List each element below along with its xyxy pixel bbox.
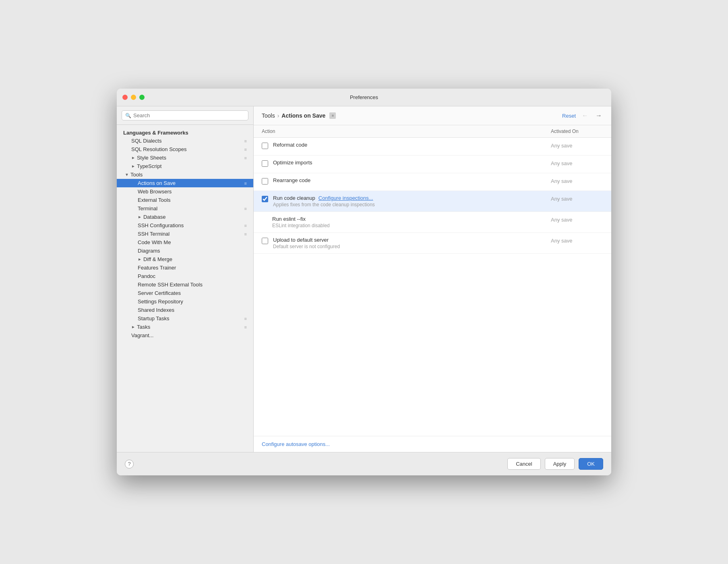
rearrange-code-label: Rearrange code (273, 177, 310, 183)
sidebar: 🔍 Languages & Frameworks SQL Dialects ≡ … (117, 106, 254, 452)
sidebar-item-vagrant[interactable]: Vagrant... (117, 331, 253, 340)
row-activated: Any save (551, 177, 603, 184)
main-layout: 🔍 Languages & Frameworks SQL Dialects ≡ … (117, 106, 611, 452)
sidebar-item-tasks[interactable]: ► Tasks ≡ (117, 323, 253, 331)
sidebar-item-label: Features Trainer (138, 265, 176, 271)
sidebar-item-code-with-me[interactable]: Code With Me (117, 238, 253, 247)
content-header: Tools › Actions on Save ≡ Reset ← → (254, 106, 611, 125)
sidebar-item-label: Diff & Merge (143, 256, 172, 262)
sidebar-item-terminal[interactable]: Terminal ≡ (117, 204, 253, 213)
sidebar-item-icon: ≡ (244, 139, 247, 143)
sidebar-item-label: Startup Tasks (138, 315, 170, 321)
sidebar-item-label: Actions on Save (138, 180, 176, 186)
sidebar-item-label: Tasks (137, 324, 150, 330)
row-content: Reformat code (273, 142, 551, 148)
titlebar-buttons (122, 95, 145, 100)
help-button[interactable]: ? (125, 460, 134, 469)
sidebar-item-label: SQL Resolution Scopes (131, 146, 187, 152)
sidebar-item-actions-on-save[interactable]: Actions on Save ≡ (117, 179, 253, 187)
titlebar: Preferences (117, 89, 611, 106)
sidebar-item-web-browsers[interactable]: Web Browsers (117, 187, 253, 196)
row-title: Optimize imports (273, 160, 551, 166)
chevron-right-icon: ► (138, 257, 142, 261)
sidebar-item-ssh-configurations[interactable]: SSH Configurations ≡ (117, 221, 253, 230)
sidebar-item-label: Style Sheets (137, 155, 166, 161)
maximize-button[interactable] (139, 95, 145, 100)
row-title: Upload to default server (273, 237, 551, 243)
minimize-button[interactable] (131, 95, 136, 100)
sidebar-item-label: Terminal (138, 205, 157, 212)
sidebar-item-features-trainer[interactable]: Features Trainer (117, 263, 253, 272)
row-subtitle: Default server is not configured (273, 244, 551, 249)
sidebar-item-label: Database (143, 214, 166, 220)
sidebar-item-pandoc[interactable]: Pandoc (117, 272, 253, 280)
run-code-cleanup-checkbox[interactable] (262, 196, 268, 202)
configure-autosave-link[interactable]: Configure autosave options... (262, 441, 330, 447)
sidebar-item-label: SQL Dialects (131, 138, 161, 144)
search-box: 🔍 (117, 106, 253, 125)
row-title: Run code cleanup Configure inspections..… (273, 195, 551, 201)
sidebar-item-typescript[interactable]: ► TypeScript (117, 162, 253, 170)
sidebar-item-label: Web Browsers (138, 189, 172, 195)
cancel-button[interactable]: Cancel (507, 458, 540, 470)
sidebar-item-style-sheets[interactable]: ► Style Sheets ≡ (117, 153, 253, 162)
row-activated: Any save (551, 160, 603, 166)
row-activated: Any save (551, 216, 603, 223)
chevron-right-icon: ► (131, 156, 135, 160)
sidebar-item-label: Vagrant... (131, 332, 153, 338)
bottom-left: ? (125, 460, 134, 469)
sidebar-item-sql-resolution[interactable]: SQL Resolution Scopes ≡ (117, 145, 253, 153)
sidebar-item-diff-merge[interactable]: ► Diff & Merge (117, 255, 253, 263)
sidebar-item-label: Code With Me (138, 239, 171, 245)
sidebar-item-label: SSH Terminal (138, 231, 170, 237)
footer-link: Configure autosave options... (254, 436, 611, 452)
table-row: Run code cleanup Configure inspections..… (254, 191, 611, 212)
table-row: Optimize imports Any save (254, 156, 611, 173)
sidebar-item-database[interactable]: ► Database (117, 213, 253, 221)
close-button[interactable] (122, 95, 128, 100)
optimize-imports-checkbox[interactable] (262, 160, 268, 167)
reset-button[interactable]: Reset (562, 113, 576, 119)
row-content: Run code cleanup Configure inspections..… (273, 195, 551, 207)
sidebar-item-tools[interactable]: ▼ Tools (117, 170, 253, 179)
chevron-right-icon: ► (138, 215, 142, 219)
sidebar-item-diagrams[interactable]: Diagrams (117, 247, 253, 255)
run-code-cleanup-label: Run code cleanup (273, 195, 315, 201)
bottom-right: Cancel Apply OK (507, 458, 603, 470)
row-subtitle: ESLint integration disabled (272, 223, 551, 228)
ok-button[interactable]: OK (579, 458, 603, 470)
table-row: Upload to default server Default server … (254, 233, 611, 254)
rearrange-code-checkbox[interactable] (262, 178, 268, 185)
sidebar-item-shared-indexes[interactable]: Shared Indexes (117, 306, 253, 314)
sidebar-item-remote-ssh[interactable]: Remote SSH External Tools (117, 280, 253, 289)
breadcrumb: Tools › Actions on Save ≡ (262, 112, 562, 119)
search-input[interactable] (133, 112, 245, 118)
column-action: Action (262, 129, 551, 134)
sidebar-item-sql-dialects[interactable]: SQL Dialects ≡ (117, 137, 253, 145)
sidebar-item-server-certs[interactable]: Server Certificates (117, 289, 253, 297)
row-title: Reformat code (273, 142, 551, 148)
sidebar-item-startup-tasks[interactable]: Startup Tasks ≡ (117, 314, 253, 323)
search-input-wrap[interactable]: 🔍 (122, 110, 248, 120)
sidebar-item-icon: ≡ (244, 181, 247, 186)
forward-button[interactable]: → (594, 111, 603, 120)
row-content: Rearrange code (273, 177, 551, 183)
window-title: Preferences (350, 94, 378, 100)
sidebar-item-label: Remote SSH External Tools (138, 282, 203, 288)
back-button[interactable]: ← (581, 111, 589, 120)
apply-button[interactable]: Apply (545, 458, 575, 470)
sidebar-scroll: Languages & Frameworks SQL Dialects ≡ SQ… (117, 125, 253, 452)
configure-inspections-link[interactable]: Configure inspections... (318, 195, 373, 201)
sidebar-item-label: Server Certificates (138, 290, 181, 296)
row-activated: Any save (551, 195, 603, 202)
sidebar-item-icon: ≡ (244, 325, 247, 330)
row-content: Upload to default server Default server … (273, 237, 551, 249)
sidebar-item-external-tools[interactable]: External Tools (117, 196, 253, 204)
sidebar-item-settings-repo[interactable]: Settings Repository (117, 297, 253, 306)
upload-server-checkbox[interactable] (262, 238, 268, 244)
sidebar-item-label: Tools (130, 172, 143, 178)
reformat-code-checkbox[interactable] (262, 143, 268, 149)
sidebar-item-label: Shared Indexes (138, 307, 174, 313)
breadcrumb-root: Tools (262, 112, 275, 119)
sidebar-item-ssh-terminal[interactable]: SSH Terminal ≡ (117, 230, 253, 238)
